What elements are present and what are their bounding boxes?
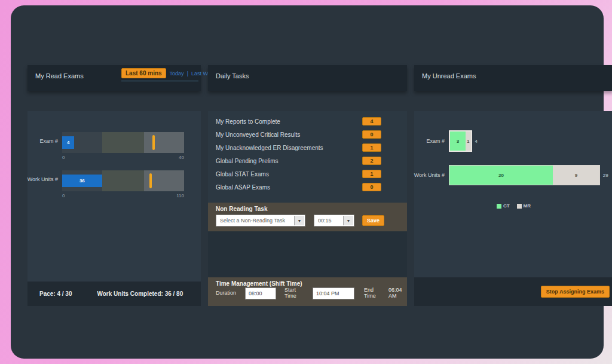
time-management-title: Time Management (Shift Time) <box>216 280 302 287</box>
task-count-badge[interactable]: 1 <box>362 143 381 152</box>
bullet-gauge-track: 36 <box>62 170 184 191</box>
axis-min-label: 0 <box>62 193 65 198</box>
app-window: My Read Exams Last 60 mins Today|Last We… <box>11 5 604 359</box>
unread-exams-footer: Stop Assigning Exams <box>414 277 612 306</box>
non-reading-task-select-value: Select a Non-Reading Task <box>220 218 285 224</box>
non-reading-task-section: Non Reading Task Select a Non-Reading Ta… <box>208 203 407 231</box>
end-time-label: End Time <box>364 287 378 299</box>
daily-tasks-title: Daily Tasks <box>208 65 407 79</box>
bullet-gauge-label: Exam # <box>39 138 58 144</box>
gauge-axis: 0110 <box>62 193 184 198</box>
daily-tasks-header: Daily Tasks <box>208 65 407 91</box>
task-row: Global Pending Prelims2 <box>208 154 407 167</box>
bullet-gauge-label: Work Units # <box>27 176 58 182</box>
segment-mr: 9 <box>553 166 599 185</box>
segment-ct: 3 <box>450 131 466 151</box>
unread-exams-title: My Unread Exams <box>414 65 612 79</box>
task-row: My Reports to Complete4 <box>208 115 407 128</box>
stacked-bar-row-exam: Exam #314 <box>449 130 612 152</box>
legend-label-ct: CT <box>503 203 510 209</box>
segment-ct: 20 <box>449 166 553 185</box>
work-units-completed-status: Work Units Completed: 36 / 80 <box>97 290 183 297</box>
read-exams-footer: Pace: 4 / 30 Work Units Completed: 36 / … <box>27 282 201 306</box>
non-reading-task-select[interactable]: Select a Non-Reading Task ▼ <box>216 215 305 227</box>
filter-link-today[interactable]: Today <box>170 71 184 77</box>
non-reading-task-title: Non Reading Task <box>216 206 268 212</box>
filter-last-60-mins-button[interactable]: Last 60 mins <box>121 68 166 78</box>
screen-background: My Read Exams Last 60 mins Today|Last We… <box>0 0 612 364</box>
daily-tasks-spacer <box>208 231 407 277</box>
segment-mr: 1 <box>466 131 471 151</box>
unread-legend: CTMR <box>414 203 612 209</box>
pace-status: Pace: 4 / 30 <box>39 290 72 297</box>
time-management-section: Time Management (Shift Time) Duration St… <box>208 277 407 306</box>
non-reading-duration-value: 00:15 <box>318 218 332 224</box>
gauge-axis: 040 <box>62 155 184 160</box>
task-row: My Unconveyed Critical Results0 <box>208 128 407 141</box>
task-label: My Unconveyed Critical Results <box>216 131 300 138</box>
stacked-bar-total: 4 <box>475 139 478 144</box>
stop-assigning-exams-button[interactable]: Stop Assigning Exams <box>541 286 610 298</box>
legend-label-mr: MR <box>524 203 531 209</box>
task-count-badge[interactable]: 4 <box>362 117 381 126</box>
stacked-bar: 31 <box>449 130 472 152</box>
unread-exams-panel: Exam #314Work Units #20929 CTMR Stop Ass… <box>414 111 612 306</box>
gauge-band-high <box>144 132 184 153</box>
bullet-gauge-work-units: Work Units #360110 <box>62 170 184 198</box>
target-marker <box>149 173 152 188</box>
stacked-chart: Exam #314Work Units #20929 <box>414 111 612 185</box>
task-row: My Unacknowledged ER Disagreements1 <box>208 141 407 154</box>
bullet-value-bar: 4 <box>62 136 74 149</box>
stacked-bar: 209 <box>449 165 600 185</box>
chevron-down-icon: ▼ <box>294 216 304 225</box>
duration-input[interactable] <box>245 287 276 299</box>
task-label: My Unacknowledged ER Disagreements <box>216 145 323 151</box>
legend-swatch-mr <box>517 204 522 209</box>
axis-min-label: 0 <box>62 155 65 160</box>
axis-max-label: 40 <box>179 155 184 160</box>
read-exams-header: My Read Exams Last 60 mins Today|Last We… <box>27 65 201 91</box>
bullet-value-bar: 36 <box>62 175 102 187</box>
start-time-label: Start Time <box>284 287 300 299</box>
filter-separator: | <box>187 71 188 77</box>
bullet-chart: Exam #4040Work Units #360110 <box>27 111 201 198</box>
daily-tasks-panel: My Reports to Complete4My Unconveyed Cri… <box>208 111 407 306</box>
task-label: My Reports to Complete <box>216 118 280 125</box>
gauge-band-mid <box>102 170 143 191</box>
non-reading-duration-select[interactable]: 00:15 ▼ <box>314 215 354 227</box>
task-count-badge[interactable]: 2 <box>362 157 381 165</box>
end-time-value: 06:04 AM <box>388 287 409 299</box>
chevron-down-icon: ▼ <box>343 216 353 225</box>
task-label: Global Pending Prelims <box>216 158 279 164</box>
duration-label: Duration <box>216 290 236 296</box>
unread-exams-header: My Unread Exams <box>414 65 612 91</box>
save-button[interactable]: Save <box>362 215 384 226</box>
read-exams-chart-panel: Exam #4040Work Units #360110 Pace: 4 / 3… <box>27 111 201 306</box>
legend-swatch-ct <box>497 204 501 209</box>
bullet-gauge-track: 4 <box>62 132 184 153</box>
task-count-badge[interactable]: 1 <box>362 170 381 178</box>
task-count-badge[interactable]: 0 <box>362 130 381 139</box>
legend-item-ct: CT <box>497 203 510 209</box>
start-time-input[interactable] <box>313 287 354 299</box>
stacked-bar-total: 29 <box>603 173 608 178</box>
task-list: My Reports to Complete4My Unconveyed Cri… <box>208 111 407 194</box>
axis-max-label: 110 <box>176 193 184 198</box>
stacked-bar-row-work-units: Work Units #20929 <box>449 165 612 185</box>
task-label: Global STAT Exams <box>216 171 269 178</box>
legend-item-mr: MR <box>517 203 531 209</box>
bullet-gauge-exam: Exam #4040 <box>62 132 184 160</box>
stacked-bar-label: Work Units # <box>414 172 445 178</box>
task-row: Global ASAP Exams0 <box>208 181 407 194</box>
task-row: Global STAT Exams1 <box>208 167 407 181</box>
target-marker <box>152 135 155 150</box>
stacked-bar-label: Exam # <box>426 138 445 144</box>
read-filter-bar: Last 60 mins Today|Last Week <box>121 68 198 81</box>
gauge-band-mid <box>102 132 143 153</box>
task-label: Global ASAP Exams <box>216 184 270 191</box>
task-count-badge[interactable]: 0 <box>362 183 381 191</box>
